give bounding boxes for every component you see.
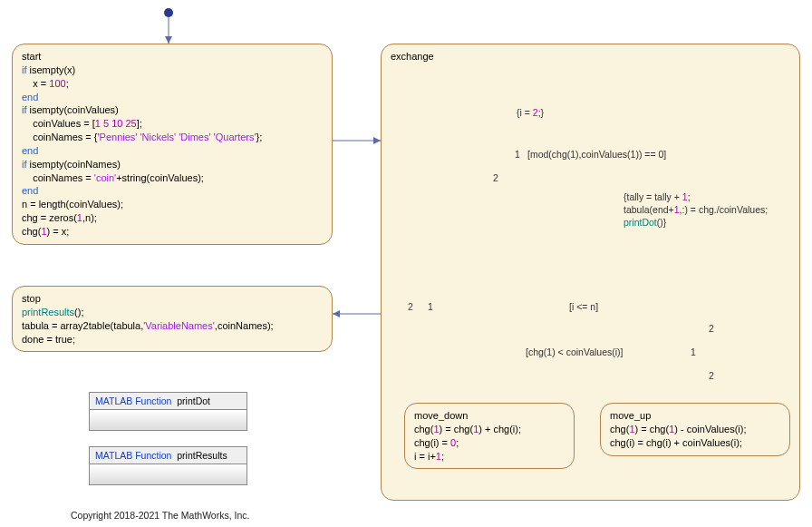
fn-body <box>90 410 246 430</box>
state-title: stop <box>22 292 323 306</box>
mod-condition-label: [mod(chg(1),coinValues(1)) == 0] <box>527 149 666 160</box>
matlab-function-printdot[interactable]: MATLAB Function printDot <box>89 392 247 431</box>
fn-type-label: MATLAB Function <box>95 450 171 461</box>
priority-label: 2 <box>709 370 714 381</box>
fn-type-label: MATLAB Function <box>95 395 171 406</box>
svg-marker-32 <box>333 310 340 317</box>
state-title: move_down <box>414 409 565 423</box>
state-title: start <box>22 50 323 63</box>
fn-body <box>90 464 246 484</box>
inner-condition-label: [chg(1) < coinValues(i)] <box>526 346 623 357</box>
stop-state[interactable]: stop printResults();tabula = array2table… <box>12 286 333 352</box>
fn-name: printResults <box>177 450 227 461</box>
move-up-code: chg(1) = chg(1) - coinValues(i);chg(i) =… <box>610 423 780 450</box>
fn-name: printDot <box>177 395 210 406</box>
state-title: exchange <box>391 50 790 63</box>
init-action-label: {i = 2;} <box>517 107 544 118</box>
fn-header: MATLAB Function printDot <box>90 393 246 410</box>
state-title: move_up <box>610 409 780 423</box>
svg-marker-4 <box>373 137 381 144</box>
loop-condition-label: [i <= n] <box>569 301 598 312</box>
svg-point-0 <box>164 8 173 17</box>
priority-label: 2 <box>709 323 714 334</box>
priority-label: 1 <box>691 346 696 357</box>
svg-marker-2 <box>165 36 172 44</box>
start-state[interactable]: start if isempty(x) x = 100;endif isempt… <box>12 44 333 245</box>
tally-action-label: {tally = tally + 1; tabula(end+1,:) = ch… <box>624 190 768 229</box>
start-code: if isempty(x) x = 100;endif isempty(coin… <box>22 63 323 239</box>
priority-label: 1 <box>515 149 520 160</box>
priority-label: 2 <box>493 172 498 183</box>
copyright-text: Copyright 2018-2021 The MathWorks, Inc. <box>71 510 249 521</box>
stop-code: printResults();tabula = array2table(tabu… <box>22 306 323 346</box>
move-down-code: chg(1) = chg(1) + chg(i);chg(i) = 0;i = … <box>414 423 565 464</box>
fn-header: MATLAB Function printResults <box>90 447 246 464</box>
move-up-state[interactable]: move_up chg(1) = chg(1) - coinValues(i);… <box>600 403 790 456</box>
priority-label: 1 <box>428 301 433 312</box>
matlab-function-printresults[interactable]: MATLAB Function printResults <box>89 446 247 485</box>
move-down-state[interactable]: move_down chg(1) = chg(1) + chg(i);chg(i… <box>404 403 575 469</box>
priority-label: 2 <box>408 301 413 312</box>
